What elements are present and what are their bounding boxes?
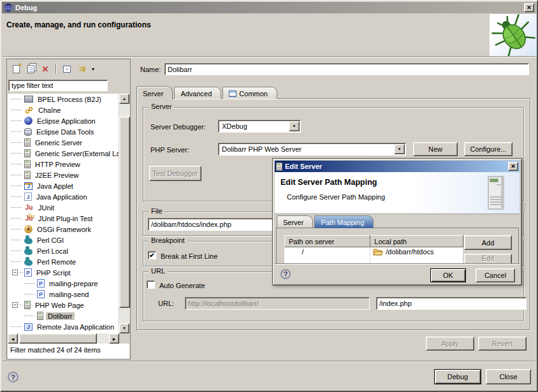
tree-item-label: Perl CGI xyxy=(35,236,66,244)
php-server-combo[interactable]: Dolibarr PHP Web Server ▼ xyxy=(218,143,406,156)
chain-icon xyxy=(24,106,34,115)
tree-item-mailing-send[interactable]: Pmailing-send xyxy=(8,289,119,300)
tree-item-generic-server[interactable]: Generic Server xyxy=(8,137,119,148)
tree-item-php-script[interactable]: −PPHP Script xyxy=(8,267,119,278)
tree-item-j2ee-preview[interactable]: J2EE Preview xyxy=(8,170,119,180)
path-on-server-cell[interactable]: / xyxy=(285,247,370,257)
dialog-tab-server[interactable]: Server xyxy=(277,215,313,228)
window-titlebar[interactable]: Debug ✕ xyxy=(2,2,536,13)
tree-item-http-preview[interactable]: HTTP Preview xyxy=(8,159,119,170)
server-debugger-value: XDebug xyxy=(222,122,287,130)
tree-horizontal-scrollbar[interactable]: ◀ ▶ xyxy=(8,333,119,344)
tree-item-java-application[interactable]: JJava Application xyxy=(8,191,119,202)
tab-advanced[interactable]: Advanced xyxy=(174,87,221,99)
tree-item-eclipse-application[interactable]: Eclipse Application xyxy=(8,115,119,126)
tree-expander[interactable]: − xyxy=(12,302,18,308)
url-base-input xyxy=(185,297,370,310)
add-mapping-button[interactable]: Add xyxy=(464,235,512,250)
breakpoint-group-legend: Breakpoint xyxy=(149,236,187,244)
filter-configurations-button[interactable]: ⇉ xyxy=(75,62,88,75)
column-local-path[interactable]: Local path xyxy=(370,236,463,247)
tree-item-php-web-page[interactable]: −PHP Web Page xyxy=(8,300,119,310)
banner-separator xyxy=(3,56,535,57)
tree-item-eclipse-data-tools[interactable]: Eclipse Data Tools xyxy=(8,126,119,137)
filter-input[interactable] xyxy=(8,80,108,91)
scroll-down-button[interactable]: ▼ xyxy=(119,323,129,333)
new-server-button[interactable]: New xyxy=(413,142,458,156)
tab-server[interactable]: Server xyxy=(136,86,173,99)
local-path-cell[interactable]: /dolibarr/htdocs xyxy=(370,247,463,257)
column-path-on-server[interactable]: Path on server xyxy=(285,236,370,247)
tree-item-remote-java-application[interactable]: JRemote Java Application xyxy=(8,321,119,332)
perl-icon xyxy=(24,259,33,266)
tree-expander[interactable]: − xyxy=(12,270,18,275)
tree-item-generic-server-external-la[interactable]: Generic Server(External La xyxy=(8,148,119,159)
tree-item-junit[interactable]: JuJUnit xyxy=(8,202,119,213)
tree-item-label: mailing-prepare xyxy=(47,280,99,287)
tree-item-label: Perl Remote xyxy=(35,258,78,266)
configure-server-button[interactable]: Configure... xyxy=(464,142,513,156)
tree-item-perl-remote[interactable]: Perl Remote xyxy=(8,256,119,267)
scrollbar-thumb[interactable] xyxy=(119,117,130,308)
tree-item-label: HTTP Preview xyxy=(33,161,82,168)
path-mapping-table[interactable]: Path on server Local path //dolibarr/htd… xyxy=(284,235,463,266)
configurations-toolbar: + ✕ − ⇉ ▾ xyxy=(7,59,130,78)
eclipse-app-icon xyxy=(24,117,33,125)
php-icon: P xyxy=(37,279,45,287)
tree-item-label: Perl Local xyxy=(35,247,70,255)
tree-item-junit-plug-in-test[interactable]: JuJUnit Plug-in Test xyxy=(8,213,119,224)
server-debugger-combo[interactable]: XDebug ▼ xyxy=(218,120,301,133)
revert-button[interactable]: Revert xyxy=(478,337,527,351)
mapping-table-row[interactable]: //dolibarr/htdocs xyxy=(285,247,463,257)
tree-item-bpel-process-b2j[interactable]: BPEL Process (B2J) xyxy=(8,94,119,105)
auto-generate-checkbox[interactable] xyxy=(147,280,155,289)
tree-item-dolibarr[interactable]: Dolibarr xyxy=(8,310,119,321)
debug-button[interactable]: Debug xyxy=(434,369,481,384)
server-icon xyxy=(276,163,282,171)
help-button[interactable]: ? xyxy=(8,372,18,382)
php-icon: P xyxy=(37,290,45,298)
tree-item-cha-ne[interactable]: Chaîne xyxy=(8,105,119,115)
url-path-input[interactable] xyxy=(376,297,527,310)
collapse-all-button[interactable]: − xyxy=(61,62,73,75)
tree-item-label: JUnit xyxy=(36,204,56,212)
window-close-button[interactable]: ✕ xyxy=(524,3,534,12)
dialog-titlebar[interactable]: Edit Server ✕ xyxy=(275,161,520,172)
name-input[interactable] xyxy=(164,63,529,75)
scroll-right-button[interactable]: ▶ xyxy=(109,333,119,344)
tree-item-mailing-prepare[interactable]: Pmailing-prepare xyxy=(8,278,119,289)
tree-item-perl-cgi[interactable]: Perl CGI xyxy=(8,235,119,245)
tree-item-osgi-framework[interactable]: +OSGi Framework xyxy=(8,224,119,235)
tree-item-java-applet[interactable]: JJava Applet xyxy=(8,180,119,191)
break-at-first-line-checkbox[interactable]: ✔ xyxy=(148,251,156,259)
tree-item-label: OSGi Framework xyxy=(35,226,93,233)
combo-dropdown-button[interactable]: ▼ xyxy=(394,144,405,154)
dialog-tab-path-mapping[interactable]: Path Mapping xyxy=(314,215,374,228)
cancel-button[interactable]: Cancel xyxy=(476,268,515,282)
duplicate-configuration-button[interactable] xyxy=(24,62,37,75)
scrollbar-thumb[interactable] xyxy=(19,333,97,344)
new-configuration-button[interactable]: + xyxy=(10,62,22,75)
server-icon xyxy=(24,171,31,179)
dialog-heading: Edit Server Path Mapping xyxy=(280,178,377,187)
tree-item-label: Eclipse Data Tools xyxy=(34,128,96,136)
php-server-value: Dolibarr PHP Web Server xyxy=(222,145,393,153)
ok-button[interactable]: OK xyxy=(430,268,466,282)
scroll-up-button[interactable]: ▲ xyxy=(119,94,129,104)
dialog-help-button[interactable]: ? xyxy=(280,269,291,279)
apply-button[interactable]: Apply xyxy=(426,337,474,351)
close-button[interactable]: Close xyxy=(486,369,531,384)
dialog-button-bar: ? OK Cancel xyxy=(275,264,520,284)
dialog-close-button[interactable]: ✕ xyxy=(508,162,518,171)
test-debugger-button[interactable]: Test Debugger xyxy=(149,166,201,181)
tree-vertical-scrollbar[interactable]: ▲ ▼ xyxy=(119,94,130,333)
combo-dropdown-button[interactable]: ▼ xyxy=(289,121,300,131)
server-icon xyxy=(24,301,31,309)
tab-common[interactable]: Common xyxy=(222,87,277,99)
delete-configuration-button[interactable]: ✕ xyxy=(39,62,52,75)
remote-java-icon: J xyxy=(24,323,33,331)
scroll-left-button[interactable]: ◀ xyxy=(8,333,18,344)
toolbar-menu-button[interactable]: ▾ xyxy=(90,62,96,75)
edit-server-dialog: Edit Server ✕ Edit Server Path Mapping C… xyxy=(272,158,522,286)
tree-item-perl-local[interactable]: Perl Local xyxy=(8,245,119,256)
